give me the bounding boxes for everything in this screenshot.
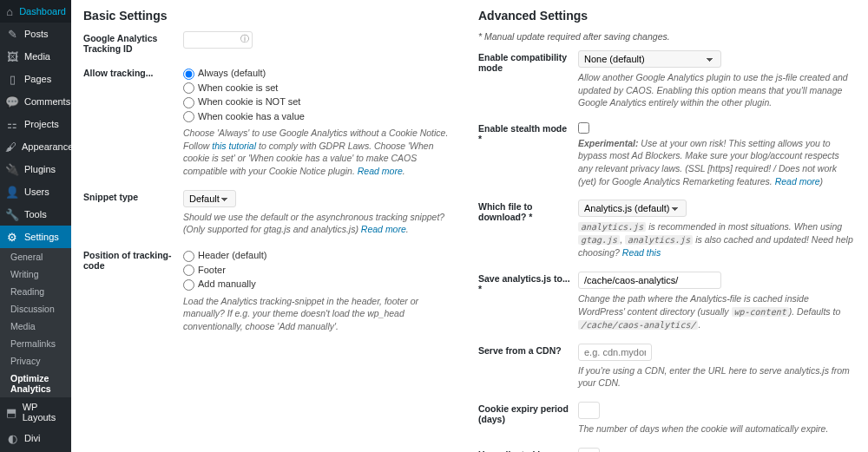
advanced-settings-title: Advanced Settings bbox=[478, 9, 856, 23]
sidebar-item-tools[interactable]: 🔧Tools bbox=[0, 203, 71, 226]
comment-icon: 💬 bbox=[5, 95, 19, 108]
download-select[interactable]: Analytics.js (default) bbox=[578, 200, 687, 217]
bounce-label: Use adjusted bounce rate? bbox=[478, 448, 578, 452]
stealth-checkbox[interactable] bbox=[578, 122, 589, 134]
allow-option-always[interactable]: Always (default) bbox=[183, 66, 461, 81]
allow-option-cookie-not-set[interactable]: When cookie is NOT set bbox=[183, 95, 461, 109]
readmore-link[interactable]: Read more bbox=[358, 166, 403, 176]
submenu-general[interactable]: General bbox=[0, 248, 71, 265]
sidebar-item-comments[interactable]: 💬Comments bbox=[0, 90, 71, 113]
download-desc: analytics.js is recommended in most situ… bbox=[578, 220, 856, 259]
sidebar-item-appearance[interactable]: 🖌Appearance bbox=[0, 135, 71, 158]
compat-label: Enable compatibility mode bbox=[478, 50, 578, 109]
snippet-type-select[interactable]: Default bbox=[183, 190, 236, 207]
sidebar-item-posts[interactable]: ✎Posts bbox=[0, 23, 71, 45]
sidebar-item-settings[interactable]: ⚙Settings bbox=[0, 226, 71, 248]
sidebar-item-divi[interactable]: ◐Divi bbox=[0, 427, 71, 449]
plugin-icon: 🔌 bbox=[5, 162, 19, 176]
save-path-label: Save analytics.js to... * bbox=[478, 272, 578, 331]
cookie-expiry-input[interactable] bbox=[578, 402, 600, 419]
allow-tracking-label: Allow tracking... bbox=[83, 66, 183, 178]
main-content: Basic Settings Google Analytics Tracking… bbox=[71, 0, 868, 452]
position-desc: Load the Analytics tracking-snippet in t… bbox=[183, 295, 461, 333]
save-path-desc: Change the path where the Analytics-file… bbox=[578, 292, 856, 331]
snippet-type-label: Snippet type bbox=[83, 190, 183, 236]
stealth-label: Enable stealth mode * bbox=[478, 121, 578, 187]
settings-submenu: General Writing Reading Discussion Media… bbox=[0, 248, 71, 397]
cdn-label: Serve from a CDN? bbox=[478, 344, 578, 390]
submenu-permalinks[interactable]: Permalinks bbox=[0, 335, 71, 352]
compat-select[interactable]: None (default) bbox=[578, 50, 721, 68]
sidebar-item-pages[interactable]: ▯Pages bbox=[0, 68, 71, 90]
snippet-desc: Should we use the default or the asynchr… bbox=[183, 211, 461, 236]
submenu-writing[interactable]: Writing bbox=[0, 265, 71, 283]
users-icon: 👤 bbox=[5, 185, 19, 199]
readmore-link[interactable]: Read more bbox=[775, 176, 820, 187]
sidebar-item-projects[interactable]: ⚏Projects bbox=[0, 113, 71, 135]
stealth-desc: Experimental: Use at your own risk! This… bbox=[578, 137, 856, 188]
sidebar-item-plugins[interactable]: 🔌Plugins bbox=[0, 158, 71, 180]
divi-icon: ◐ bbox=[5, 431, 19, 445]
appearance-icon: 🖌 bbox=[5, 140, 16, 154]
bounce-input[interactable] bbox=[578, 448, 600, 452]
cookie-expiry-desc: The number of days when the cookie will … bbox=[578, 423, 856, 436]
submenu-optimize-analytics[interactable]: Optimize Analytics bbox=[0, 370, 71, 397]
tools-icon: 🔧 bbox=[5, 207, 19, 221]
position-header[interactable]: Header (default) bbox=[183, 248, 461, 263]
projects-icon: ⚏ bbox=[5, 117, 19, 131]
cdn-input[interactable] bbox=[578, 344, 652, 361]
basic-settings-title: Basic Settings bbox=[83, 9, 461, 23]
download-label: Which file to download? * bbox=[478, 200, 578, 259]
allow-option-cookie-value[interactable]: When cookie has a value bbox=[183, 109, 461, 124]
cookie-expiry-label: Cookie expiry period (days) bbox=[478, 402, 578, 436]
position-footer[interactable]: Footer bbox=[183, 263, 461, 278]
manual-update-note: * Manual update required after saving ch… bbox=[478, 31, 856, 42]
admin-sidebar: ⌂Dashboard ✎Posts 🖾Media ▯Pages 💬Comment… bbox=[0, 0, 71, 452]
settings-icon: ⚙ bbox=[5, 230, 19, 244]
allow-option-cookie-set[interactable]: When cookie is set bbox=[183, 81, 461, 95]
tutorial-link[interactable]: this tutorial bbox=[212, 141, 256, 151]
page-icon: ▯ bbox=[5, 72, 19, 86]
pin-icon: ✎ bbox=[5, 27, 19, 41]
media-icon: 🖾 bbox=[5, 49, 19, 63]
compat-desc: Allow another Google Analytics plugin to… bbox=[578, 71, 856, 109]
tracking-id-input[interactable] bbox=[183, 31, 253, 49]
position-label: Position of tracking-code bbox=[83, 248, 183, 333]
allow-tracking-desc: Choose 'Always' to use Google Analytics … bbox=[183, 127, 461, 178]
read-this-link[interactable]: Read this bbox=[622, 247, 661, 258]
submenu-discussion[interactable]: Discussion bbox=[0, 300, 71, 318]
tracking-id-label: Google Analytics Tracking ID bbox=[83, 31, 183, 54]
sidebar-item-dashboard[interactable]: ⌂Dashboard bbox=[0, 0, 71, 23]
dashboard-icon: ⌂ bbox=[5, 4, 14, 18]
cdn-desc: If you're using a CDN, enter the URL her… bbox=[578, 364, 856, 390]
submenu-privacy[interactable]: Privacy bbox=[0, 352, 71, 370]
readmore-link[interactable]: Read more bbox=[361, 224, 406, 234]
submenu-media[interactable]: Media bbox=[0, 318, 71, 335]
submenu-reading[interactable]: Reading bbox=[0, 283, 71, 300]
save-path-input[interactable] bbox=[578, 272, 721, 289]
sidebar-item-media[interactable]: 🖾Media bbox=[0, 45, 71, 68]
layouts-icon: ⬒ bbox=[5, 405, 17, 419]
sidebar-item-users[interactable]: 👤Users bbox=[0, 180, 71, 203]
basic-settings-column: Basic Settings Google Analytics Tracking… bbox=[83, 9, 461, 443]
sidebar-item-wp-layouts[interactable]: ⬒WP Layouts bbox=[0, 397, 71, 427]
position-manual[interactable]: Add manually bbox=[183, 277, 461, 292]
advanced-settings-column: Advanced Settings * Manual update requir… bbox=[478, 9, 856, 443]
